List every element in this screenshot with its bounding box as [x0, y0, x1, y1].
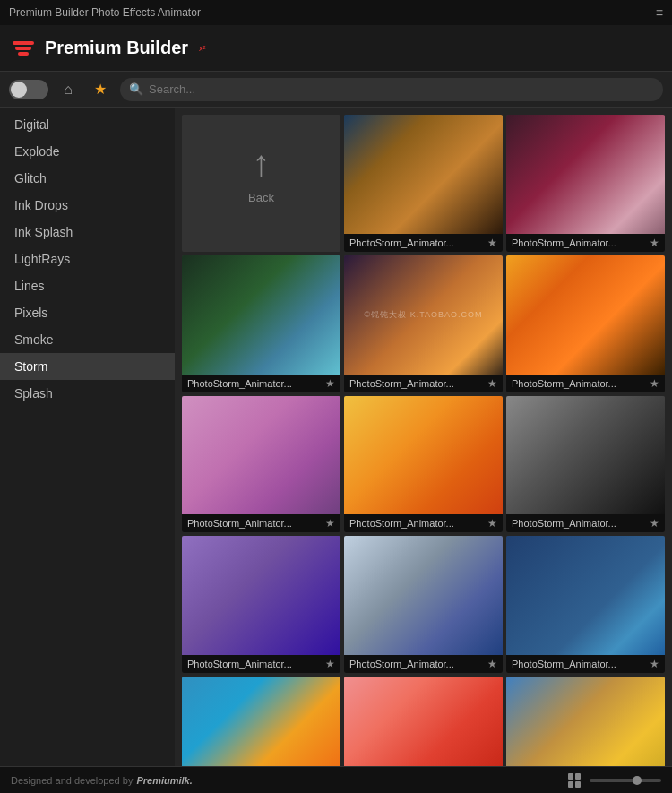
star-icon: ★ — [94, 81, 107, 98]
watermark-text: ©馄饨大叔 K.TAOBAO.COM — [365, 309, 483, 321]
app-title-bar: Premium Builder Photo Effects Animator — [9, 6, 647, 19]
back-arrow-icon: ↑ — [253, 143, 271, 184]
sidebar: DigitalExplodeGlitchInk DropsInk SplashL… — [0, 108, 175, 766]
search-container: 🔍 — [120, 78, 663, 101]
grid-item-12[interactable]: PhotoStorm_Animator...★ — [182, 677, 340, 766]
app-name: Premium Builder — [45, 38, 188, 58]
back-label: Back — [248, 191, 274, 204]
thumb-label: PhotoStorm_Animator...★ — [344, 655, 503, 673]
header: Premium Builder x² — [0, 25, 672, 72]
footer: Designed and developed by Premiumilk. — [0, 766, 672, 793]
sidebar-item-splash[interactable]: Splash — [0, 380, 175, 407]
menu-icon[interactable]: ≡ — [656, 5, 663, 20]
home-button[interactable]: ⌂ — [56, 77, 81, 102]
thumb-filename: PhotoStorm_Animator... — [187, 518, 292, 529]
designed-text: Designed and developed by — [11, 775, 133, 786]
brand-name: Premiumilk. — [136, 775, 192, 786]
thumb-filename: PhotoStorm_Animator... — [512, 518, 616, 529]
zoom-handle[interactable] — [633, 776, 642, 785]
thumb-label: PhotoStorm_Animator...★ — [182, 375, 340, 392]
footer-right — [568, 773, 661, 788]
search-icon: 🔍 — [129, 82, 143, 96]
version-badge: x² — [199, 44, 206, 53]
zoom-slider[interactable] — [590, 779, 661, 782]
footer-brand: Designed and developed by Premiumilk. — [11, 775, 193, 786]
thumb-star-icon[interactable]: ★ — [650, 658, 659, 670]
thumb-star-icon[interactable]: ★ — [650, 517, 659, 530]
thumb-filename: PhotoStorm_Animator... — [349, 518, 454, 529]
thumb-filename: PhotoStorm_Animator... — [349, 237, 454, 248]
thumb-star-icon[interactable]: ★ — [487, 517, 497, 530]
thumb-star-icon[interactable]: ★ — [325, 377, 335, 390]
sidebar-item-digital[interactable]: Digital — [0, 111, 175, 138]
sidebar-item-ink-drops[interactable]: Ink Drops — [0, 192, 175, 219]
sidebar-item-smoke[interactable]: Smoke — [0, 326, 175, 353]
toggle-knob — [11, 82, 27, 98]
thumb-label: PhotoStorm_Animator...★ — [344, 234, 503, 252]
grid-item-2[interactable]: PhotoStorm_Animator...★ — [506, 115, 665, 252]
favorites-button[interactable]: ★ — [88, 77, 113, 102]
grid-item-10[interactable]: PhotoStorm_Animator...★ — [344, 536, 503, 673]
thumbnail-grid: ↑ Back PhotoStorm_Animator...★PhotoStorm… — [182, 115, 665, 766]
search-input[interactable] — [149, 82, 654, 96]
home-icon: ⌂ — [64, 82, 73, 98]
thumb-label: PhotoStorm_Animator...★ — [506, 375, 665, 392]
thumb-star-icon[interactable]: ★ — [650, 237, 659, 249]
sidebar-item-storm[interactable]: Storm — [0, 353, 175, 380]
content-area: ↑ Back PhotoStorm_Animator...★PhotoStorm… — [175, 108, 672, 766]
thumb-star-icon[interactable]: ★ — [487, 377, 497, 390]
grid-item-4[interactable]: ©馄饨大叔 K.TAOBAO.COMPhotoStorm_Animator...… — [344, 255, 503, 392]
toolbar: ⌂ ★ 🔍 — [0, 72, 672, 108]
thumb-label: PhotoStorm_Animator...★ — [344, 375, 503, 392]
grid-toggle[interactable] — [568, 773, 582, 788]
sidebar-item-lines[interactable]: Lines — [0, 272, 175, 299]
thumb-star-icon[interactable]: ★ — [325, 658, 335, 670]
thumb-star-icon[interactable]: ★ — [325, 517, 335, 530]
grid-item-6[interactable]: PhotoStorm_Animator...★ — [182, 396, 340, 533]
thumb-filename: PhotoStorm_Animator... — [512, 237, 616, 248]
thumb-filename: PhotoStorm_Animator... — [187, 659, 292, 669]
logo-icon — [11, 36, 36, 61]
grid-item-7[interactable]: PhotoStorm_Animator...★ — [344, 396, 503, 533]
sidebar-item-pixels[interactable]: Pixels — [0, 299, 175, 326]
thumb-filename: PhotoStorm_Animator... — [512, 378, 616, 389]
thumb-label: PhotoStorm_Animator...★ — [506, 655, 665, 673]
grid-item-1[interactable]: PhotoStorm_Animator...★ — [344, 115, 503, 252]
grid-item-5[interactable]: PhotoStorm_Animator...★ — [506, 255, 665, 392]
thumb-filename: PhotoStorm_Animator... — [512, 659, 616, 669]
thumb-label: PhotoStorm_Animator...★ — [506, 234, 665, 252]
grid-item-13[interactable]: PhotoStorm_Animator...★ — [344, 677, 503, 766]
thumb-filename: PhotoStorm_Animator... — [349, 378, 454, 389]
thumb-star-icon[interactable]: ★ — [487, 237, 497, 249]
main-area: DigitalExplodeGlitchInk DropsInk SplashL… — [0, 108, 672, 766]
sidebar-item-ink-splash[interactable]: Ink Splash — [0, 219, 175, 246]
grid-item-8[interactable]: PhotoStorm_Animator...★ — [506, 396, 665, 533]
grid-item-11[interactable]: PhotoStorm_Animator...★ — [506, 536, 665, 673]
thumb-star-icon[interactable]: ★ — [487, 658, 497, 670]
toggle-switch[interactable] — [9, 80, 48, 99]
back-button[interactable]: ↑ Back — [182, 115, 340, 252]
thumb-label: PhotoStorm_Animator...★ — [344, 514, 503, 532]
grid-view-button[interactable] — [568, 773, 582, 788]
sidebar-item-explode[interactable]: Explode — [0, 138, 175, 165]
thumb-filename: PhotoStorm_Animator... — [187, 378, 292, 389]
sidebar-item-lightrays[interactable]: LightRays — [0, 246, 175, 272]
sidebar-item-glitch[interactable]: Glitch — [0, 165, 175, 192]
grid-item-14[interactable]: PhotoStorm_Animator...★ — [506, 677, 665, 766]
grid-item-3[interactable]: PhotoStorm_Animator...★ — [182, 255, 340, 392]
thumb-label: PhotoStorm_Animator...★ — [182, 514, 340, 532]
thumb-filename: PhotoStorm_Animator... — [349, 659, 454, 669]
thumb-star-icon[interactable]: ★ — [650, 377, 659, 390]
grid-item-9[interactable]: PhotoStorm_Animator...★ — [182, 536, 340, 673]
titlebar: Premium Builder Photo Effects Animator ≡ — [0, 0, 672, 25]
thumb-label: PhotoStorm_Animator...★ — [182, 655, 340, 673]
thumb-label: PhotoStorm_Animator...★ — [506, 514, 665, 532]
